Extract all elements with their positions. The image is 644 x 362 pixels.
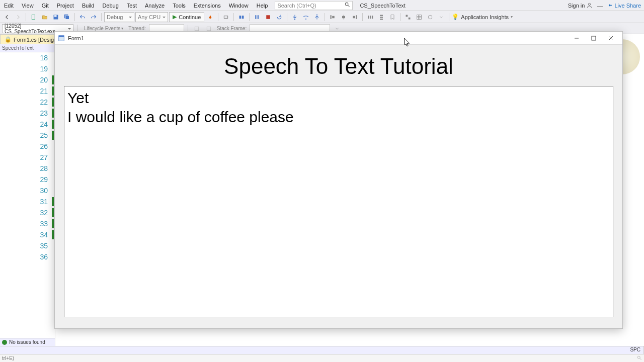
- svg-rect-7: [65, 16, 69, 20]
- menu-debug[interactable]: Debug: [98, 1, 122, 10]
- separator: [26, 13, 26, 21]
- lifecycle-label: Lifecycle Events: [83, 26, 121, 31]
- config-dropdown[interactable]: Debug: [104, 12, 134, 22]
- align-center-button[interactable]: [339, 12, 349, 22]
- step-into-button[interactable]: [290, 12, 300, 22]
- line-number: 25: [0, 130, 55, 141]
- watch-search-bar[interactable]: trl+E): [0, 354, 644, 362]
- save-button[interactable]: [51, 12, 61, 22]
- svg-rect-28: [380, 19, 383, 20]
- form-minimize-button[interactable]: [568, 33, 585, 44]
- config-value: Debug: [107, 14, 123, 20]
- platform-value: Any CPU: [138, 14, 160, 20]
- form-maximize-button[interactable]: [585, 33, 602, 44]
- more-tools-button[interactable]: [436, 12, 446, 22]
- hot-reload-button[interactable]: [205, 12, 215, 22]
- menu-view[interactable]: View: [18, 1, 38, 10]
- app-insights-button[interactable]: 💡 Application Insights ▾: [452, 14, 513, 20]
- menu-window[interactable]: Window: [225, 1, 253, 10]
- new-file-button[interactable]: [29, 12, 39, 22]
- nav-back-button[interactable]: [2, 12, 12, 22]
- chevron-down-icon: ▾: [511, 15, 513, 19]
- tab-order-button[interactable]: [403, 12, 413, 22]
- ide-minimize-icon[interactable]: —: [596, 2, 603, 9]
- user-icon: [587, 3, 592, 8]
- svg-point-31: [429, 15, 433, 19]
- separator: [101, 13, 102, 21]
- breadcrumb-file[interactable]: SpeechToText: [0, 44, 55, 52]
- liveshare-button[interactable]: Live Share: [607, 3, 641, 9]
- step-out-button[interactable]: [312, 12, 322, 22]
- svg-rect-29: [406, 15, 408, 17]
- speech-output-textbox[interactable]: Yet I would like a cup of coffee please: [64, 86, 613, 317]
- line-number: 26: [0, 141, 55, 152]
- form-close-button[interactable]: [602, 33, 619, 44]
- menu-help[interactable]: Help: [253, 1, 272, 10]
- signin-link[interactable]: Sign in: [568, 3, 593, 9]
- line-number: 21: [0, 85, 55, 97]
- align-right-button[interactable]: [350, 12, 360, 22]
- open-button[interactable]: [40, 12, 50, 22]
- continue-button[interactable]: ▶ Continue: [169, 12, 204, 22]
- separator: [325, 13, 325, 21]
- line-number: 29: [0, 174, 55, 185]
- line-number: 34: [0, 229, 55, 240]
- search-box[interactable]: Search (Ctrl+Q): [275, 1, 353, 10]
- line-number: 28: [0, 163, 55, 174]
- menu-extensions[interactable]: Extensions: [190, 1, 225, 10]
- bookmark-button[interactable]: [387, 12, 397, 22]
- menu-edit[interactable]: Edit: [0, 1, 18, 10]
- svg-rect-18: [333, 16, 335, 18]
- snap-button[interactable]: [425, 12, 435, 22]
- status-spc[interactable]: SPC: [627, 346, 644, 354]
- menu-build[interactable]: Build: [78, 1, 98, 10]
- step-button[interactable]: [236, 12, 247, 22]
- distribute-v-button[interactable]: [376, 12, 386, 22]
- svg-rect-35: [59, 35, 64, 37]
- form-icon: [58, 35, 65, 42]
- line-number: 22: [0, 97, 55, 108]
- stackframe-label: Stack Frame:: [216, 26, 248, 31]
- separator: [74, 13, 75, 21]
- doctab-label: Form1.cs [Design]: [14, 37, 58, 43]
- pause-button[interactable]: [252, 12, 262, 22]
- line-number: 36: [0, 251, 55, 262]
- menu-project[interactable]: Project: [53, 1, 78, 10]
- distribute-h-button[interactable]: [365, 12, 375, 22]
- line-number: 24: [0, 119, 55, 130]
- svg-rect-26: [380, 15, 383, 16]
- stop-button[interactable]: [263, 12, 273, 22]
- menu-test[interactable]: Test: [123, 1, 141, 10]
- lightbulb-icon: 💡: [452, 14, 459, 20]
- form-titlebar[interactable]: Form1: [55, 32, 622, 45]
- undo-button[interactable]: [77, 12, 88, 22]
- svg-rect-10: [242, 16, 244, 19]
- solution-name: CS_SpeechToText: [360, 3, 406, 9]
- platform-dropdown[interactable]: Any CPU: [135, 12, 168, 22]
- redo-button[interactable]: [89, 12, 99, 22]
- step-over-button[interactable]: [301, 12, 311, 22]
- svg-rect-17: [331, 15, 332, 19]
- line-number: 32: [0, 207, 55, 218]
- svg-point-0: [346, 3, 349, 6]
- save-all-button[interactable]: [62, 12, 72, 22]
- attach-button[interactable]: [221, 12, 231, 22]
- code-gutter: SpeechToText 18 19 20 21 22 23 24 25 26 …: [0, 44, 55, 346]
- svg-point-40: [637, 356, 640, 358]
- lock-icon: 🔒: [5, 36, 12, 43]
- grid-button[interactable]: [414, 12, 424, 22]
- signin-label: Sign in: [568, 3, 585, 9]
- issues-indicator[interactable]: No issues found: [0, 338, 55, 346]
- nav-fwd-button[interactable]: [13, 12, 23, 22]
- menu-git[interactable]: Git: [38, 1, 53, 10]
- form-heading-label: Speech To Text Tutorial: [64, 54, 613, 79]
- menu-tools[interactable]: Tools: [169, 1, 190, 10]
- svg-rect-9: [239, 16, 242, 19]
- align-left-button[interactable]: [328, 12, 338, 22]
- menu-analyze[interactable]: Analyze: [141, 1, 169, 10]
- running-form-window: Form1 Speech To Text Tutorial Yet I woul…: [54, 31, 623, 329]
- restart-button[interactable]: [274, 12, 284, 22]
- svg-line-41: [640, 358, 641, 359]
- svg-rect-5: [54, 15, 57, 17]
- svg-rect-30: [409, 17, 411, 19]
